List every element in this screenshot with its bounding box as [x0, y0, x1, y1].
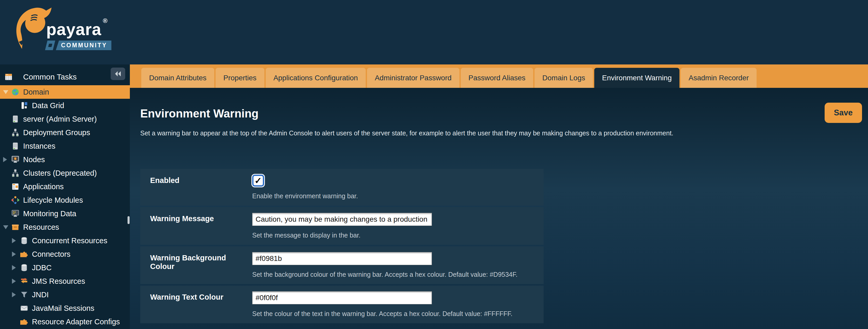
resources-box-icon	[11, 223, 20, 231]
expander-right-icon[interactable]	[12, 292, 19, 297]
sidebar-collapse-button[interactable]	[111, 67, 125, 80]
warning-text-colour-input[interactable]	[252, 291, 432, 304]
data-grid-icon	[20, 101, 28, 110]
sidebar-item-instances[interactable]: Instances	[0, 139, 130, 153]
warning-message-input[interactable]	[252, 213, 432, 226]
applications-icon	[11, 182, 20, 191]
community-badge-label: COMMUNITY	[56, 40, 112, 50]
form-row-warning-text-colour: Warning Text Colour Set the colour of th…	[140, 286, 544, 323]
expander-right-icon[interactable]	[12, 251, 19, 257]
sidebar-item-domain[interactable]: Domain	[0, 85, 130, 99]
sidebar-item-server-admin-server[interactable]: server (Admin Server)	[0, 112, 130, 126]
expander-right-icon[interactable]	[3, 157, 10, 162]
sidebar-item-monitoring-data[interactable]: Monitoring Data	[0, 207, 130, 220]
sidebar-item-connectors[interactable]: Connectors	[0, 247, 130, 261]
tab-applications-configuration[interactable]: Applications Configuration	[266, 68, 366, 88]
database-icon	[20, 237, 28, 245]
monitoring-icon	[11, 209, 20, 218]
page-title: Environment Warning	[140, 107, 259, 120]
sidebar-item-concurrent-resources[interactable]: Concurrent Resources	[0, 234, 130, 247]
tab-domain-logs[interactable]: Domain Logs	[534, 68, 593, 88]
navigation-tree: Domain Data Grid server (Admin Server)	[0, 85, 130, 328]
sidebar-item-resource-adapter-configs[interactable]: Resource Adapter Configs	[0, 315, 130, 328]
tab-properties[interactable]: Properties	[216, 68, 265, 88]
form-row-warning-background-colour: Warning Background Colour Set the backgr…	[140, 246, 544, 284]
expander-right-icon[interactable]	[12, 265, 19, 270]
deployment-groups-icon	[11, 128, 20, 137]
warning-message-label: Warning Message	[150, 213, 252, 239]
sidebar-item-nodes[interactable]: Nodes	[0, 153, 130, 166]
expander-down-icon[interactable]	[3, 225, 10, 229]
save-button[interactable]: Save	[825, 103, 862, 123]
sidebar-scrollbar-thumb[interactable]	[127, 216, 130, 224]
tab-password-aliases[interactable]: Password Aliases	[461, 68, 533, 88]
page-description: Set a warning bar to appear at the top o…	[140, 129, 674, 137]
common-tasks-icon	[4, 73, 13, 81]
sidebar-item-deployment-groups[interactable]: Deployment Groups	[0, 126, 130, 139]
domain-tab-bar: Domain Attributes Properties Application…	[130, 64, 868, 88]
sidebar-item-data-grid[interactable]: Data Grid	[0, 99, 130, 112]
server-icon	[11, 115, 20, 123]
sidebar-header-label: Common Tasks	[23, 72, 76, 81]
warning-text-colour-help-text: Set the colour of the text in the warnin…	[252, 310, 513, 318]
sidebar-item-javamail-sessions[interactable]: JavaMail Sessions	[0, 301, 130, 315]
sidebar-item-resources[interactable]: Resources	[0, 220, 130, 234]
sidebar-item-clusters-deprecated[interactable]: Clusters (Deprecated)	[0, 166, 130, 180]
payara-logo: payara ® COMMUNITY	[13, 3, 99, 55]
tab-domain-attributes[interactable]: Domain Attributes	[141, 68, 214, 88]
payara-wordmark: payara	[46, 20, 101, 39]
tab-asadmin-recorder[interactable]: Asadmin Recorder	[681, 68, 756, 88]
expander-down-icon[interactable]	[3, 90, 10, 94]
jms-arrows-icon	[20, 277, 28, 285]
tab-environment-warning[interactable]: Environment Warning	[594, 68, 679, 88]
form-row-warning-message: Warning Message Set the message to displ…	[140, 207, 544, 245]
environment-warning-form: Enabled ✓ Enable the environment warning…	[140, 169, 544, 325]
warning-background-colour-help-text: Set the background colour of the warning…	[252, 271, 517, 278]
badge-tab-decoration	[45, 40, 55, 50]
server-icon	[11, 142, 20, 150]
mail-envelope-icon	[20, 304, 28, 312]
community-badge: COMMUNITY	[46, 40, 112, 50]
sidebar-item-applications[interactable]: Applications	[0, 180, 130, 193]
sidebar-item-lifecycle-modules[interactable]: Lifecycle Modules	[0, 193, 130, 207]
app-header: payara ® COMMUNITY	[0, 0, 868, 64]
enabled-label: Enabled	[150, 175, 252, 200]
cluster-icon	[11, 169, 20, 177]
enabled-checkbox[interactable]: ✓	[252, 175, 264, 187]
enabled-help-text: Enable the environment warning bar.	[252, 192, 358, 200]
node-monitor-icon	[11, 155, 20, 164]
main-content: Environment Warning Save Set a warning b…	[130, 88, 868, 329]
sidebar-item-jndi[interactable]: JNDI	[0, 288, 130, 301]
double-chevron-left-icon	[114, 70, 122, 77]
connector-puzzle-icon	[20, 318, 28, 326]
navigation-sidebar: Common Tasks Domain Data Grid	[0, 64, 130, 329]
warning-background-colour-label: Warning Background Colour	[150, 252, 252, 278]
database-icon	[20, 264, 28, 272]
warning-background-colour-input[interactable]	[252, 252, 432, 265]
filter-funnel-icon	[20, 291, 28, 299]
sidebar-item-common-tasks[interactable]: Common Tasks	[0, 70, 130, 84]
form-row-enabled: Enabled ✓ Enable the environment warning…	[140, 169, 544, 206]
expander-right-icon[interactable]	[12, 278, 19, 284]
globe-icon	[11, 88, 20, 96]
sidebar-item-jdbc[interactable]: JDBC	[0, 261, 130, 274]
warning-message-help-text: Set the message to display in the bar.	[252, 232, 432, 239]
connector-puzzle-icon	[20, 250, 28, 258]
sidebar-item-jms-resources[interactable]: JMS Resources	[0, 274, 130, 288]
tab-administrator-password[interactable]: Administrator Password	[367, 68, 460, 88]
warning-text-colour-label: Warning Text Colour	[150, 291, 252, 318]
lifecycle-icon	[11, 196, 20, 204]
checkmark-icon: ✓	[254, 176, 262, 185]
expander-right-icon[interactable]	[12, 238, 19, 243]
registered-trademark: ®	[103, 17, 107, 24]
